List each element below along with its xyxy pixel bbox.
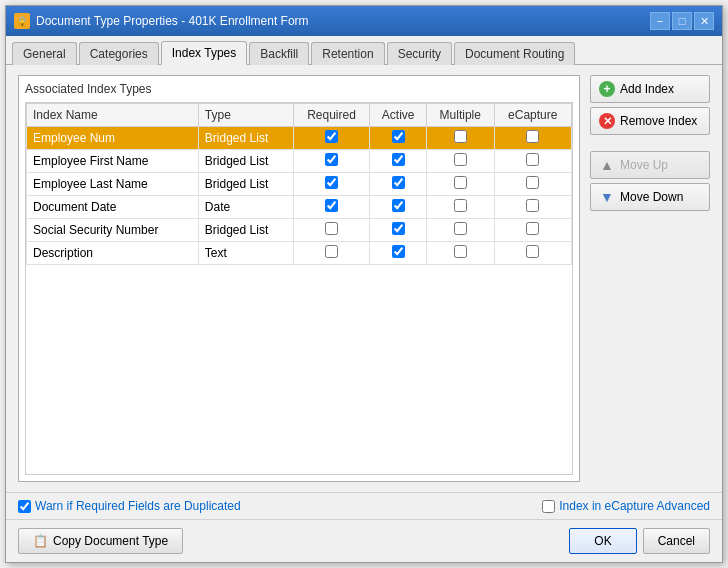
cancel-button[interactable]: Cancel xyxy=(643,528,710,554)
col-header-multiple: Multiple xyxy=(427,104,495,127)
index-types-table: Index Name Type Required Active Multiple… xyxy=(26,103,572,265)
checkbox-ecapture[interactable] xyxy=(526,199,539,212)
cell-required[interactable] xyxy=(293,196,370,219)
cell-index-name: Document Date xyxy=(27,196,199,219)
copy-document-type-button[interactable]: 📋 Copy Document Type xyxy=(18,528,183,554)
cell-type: Text xyxy=(198,242,293,265)
window-icon: 🔒 xyxy=(14,13,30,29)
table-row[interactable]: DescriptionText xyxy=(27,242,572,265)
ok-button[interactable]: OK xyxy=(569,528,636,554)
checkbox-active[interactable] xyxy=(392,222,405,235)
footer: 📋 Copy Document Type OK Cancel xyxy=(6,519,722,562)
table-row[interactable]: Employee Last NameBridged List xyxy=(27,173,572,196)
cell-type: Bridged List xyxy=(198,219,293,242)
checkbox-active[interactable] xyxy=(392,176,405,189)
checkbox-ecapture[interactable] xyxy=(526,245,539,258)
checkbox-required[interactable] xyxy=(325,153,338,166)
table-row[interactable]: Social Security NumberBridged List xyxy=(27,219,572,242)
table-row[interactable]: Employee NumBridged List xyxy=(27,127,572,150)
col-header-ecapture: eCapture xyxy=(494,104,572,127)
col-header-active: Active xyxy=(370,104,427,127)
cell-required[interactable] xyxy=(293,219,370,242)
cell-active[interactable] xyxy=(370,150,427,173)
cell-index-name: Employee Last Name xyxy=(27,173,199,196)
close-button[interactable]: ✕ xyxy=(694,12,714,30)
tab-document-routing[interactable]: Document Routing xyxy=(454,42,575,65)
tab-backfill[interactable]: Backfill xyxy=(249,42,309,65)
cell-ecapture[interactable] xyxy=(494,150,572,173)
cell-multiple[interactable] xyxy=(427,150,495,173)
cell-multiple[interactable] xyxy=(427,219,495,242)
checkbox-ecapture[interactable] xyxy=(526,176,539,189)
index-types-panel: Associated Index Types Index Name Type R… xyxy=(18,75,580,482)
table-row[interactable]: Employee First NameBridged List xyxy=(27,150,572,173)
checkbox-multiple[interactable] xyxy=(454,176,467,189)
cell-index-name: Description xyxy=(27,242,199,265)
ecapture-advanced-label[interactable]: Index in eCapture Advanced xyxy=(542,499,710,513)
add-icon: + xyxy=(599,81,615,97)
checkbox-ecapture[interactable] xyxy=(526,222,539,235)
checkbox-required[interactable] xyxy=(325,130,338,143)
cell-active[interactable] xyxy=(370,242,427,265)
maximize-button[interactable]: □ xyxy=(672,12,692,30)
col-header-name: Index Name xyxy=(27,104,199,127)
cell-ecapture[interactable] xyxy=(494,242,572,265)
cell-active[interactable] xyxy=(370,196,427,219)
ecapture-advanced-checkbox[interactable] xyxy=(542,500,555,513)
cell-active[interactable] xyxy=(370,173,427,196)
minimize-button[interactable]: − xyxy=(650,12,670,30)
checkbox-required[interactable] xyxy=(325,199,338,212)
cell-ecapture[interactable] xyxy=(494,196,572,219)
warn-duplicates-label[interactable]: Warn if Required Fields are Duplicated xyxy=(18,499,241,513)
checkbox-required[interactable] xyxy=(325,245,338,258)
checkbox-active[interactable] xyxy=(392,199,405,212)
checkbox-active[interactable] xyxy=(392,130,405,143)
checkbox-required[interactable] xyxy=(325,176,338,189)
tab-general[interactable]: General xyxy=(12,42,77,65)
cell-multiple[interactable] xyxy=(427,242,495,265)
bottom-options: Warn if Required Fields are Duplicated I… xyxy=(6,492,722,519)
checkbox-ecapture[interactable] xyxy=(526,130,539,143)
add-index-button[interactable]: + Add Index xyxy=(590,75,710,103)
checkbox-required[interactable] xyxy=(325,222,338,235)
checkbox-multiple[interactable] xyxy=(454,130,467,143)
remove-index-button[interactable]: ✕ Remove Index xyxy=(590,107,710,135)
tabs-bar: General Categories Index Types Backfill … xyxy=(6,36,722,65)
checkbox-ecapture[interactable] xyxy=(526,153,539,166)
cell-required[interactable] xyxy=(293,150,370,173)
cell-required[interactable] xyxy=(293,127,370,150)
cell-ecapture[interactable] xyxy=(494,219,572,242)
tab-security[interactable]: Security xyxy=(387,42,452,65)
cell-ecapture[interactable] xyxy=(494,127,572,150)
cell-multiple[interactable] xyxy=(427,196,495,219)
checkbox-active[interactable] xyxy=(392,245,405,258)
cell-required[interactable] xyxy=(293,242,370,265)
checkbox-multiple[interactable] xyxy=(454,199,467,212)
warn-duplicates-checkbox[interactable] xyxy=(18,500,31,513)
move-down-button[interactable]: ▼ Move Down xyxy=(590,183,710,211)
move-up-button[interactable]: ▲ Move Up xyxy=(590,151,710,179)
checkbox-multiple[interactable] xyxy=(454,245,467,258)
content-area: Associated Index Types Index Name Type R… xyxy=(6,65,722,492)
cell-active[interactable] xyxy=(370,127,427,150)
tab-index-types[interactable]: Index Types xyxy=(161,41,248,65)
checkbox-multiple[interactable] xyxy=(454,222,467,235)
cell-required[interactable] xyxy=(293,173,370,196)
cell-type: Bridged List xyxy=(198,150,293,173)
cell-multiple[interactable] xyxy=(427,127,495,150)
cell-index-name: Social Security Number xyxy=(27,219,199,242)
tab-retention[interactable]: Retention xyxy=(311,42,384,65)
tab-categories[interactable]: Categories xyxy=(79,42,159,65)
checkbox-active[interactable] xyxy=(392,153,405,166)
checkbox-multiple[interactable] xyxy=(454,153,467,166)
table-row[interactable]: Document DateDate xyxy=(27,196,572,219)
cell-ecapture[interactable] xyxy=(494,173,572,196)
section-label: Associated Index Types xyxy=(25,82,573,96)
cell-type: Bridged List xyxy=(198,173,293,196)
cell-active[interactable] xyxy=(370,219,427,242)
index-types-table-container[interactable]: Index Name Type Required Active Multiple… xyxy=(25,102,573,475)
cell-index-name: Employee First Name xyxy=(27,150,199,173)
action-buttons-panel: + Add Index ✕ Remove Index ▲ Move Up ▼ M… xyxy=(590,75,710,482)
cell-multiple[interactable] xyxy=(427,173,495,196)
remove-icon: ✕ xyxy=(599,113,615,129)
